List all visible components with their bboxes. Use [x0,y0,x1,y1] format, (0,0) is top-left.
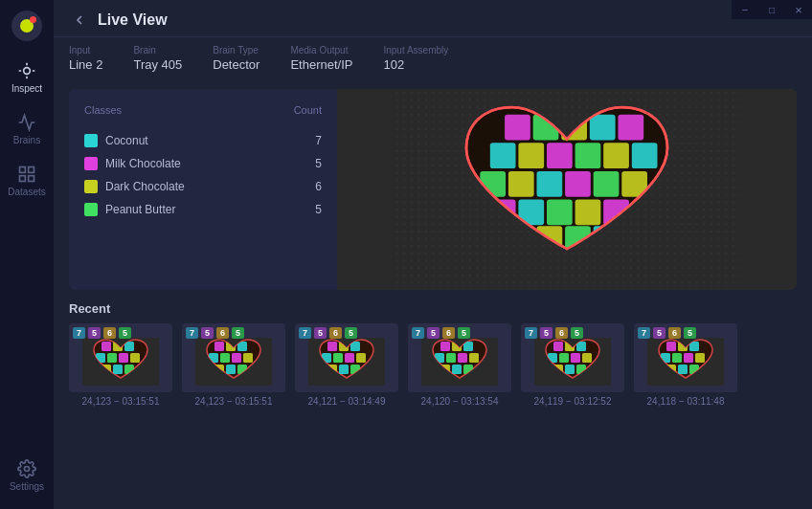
svg-rect-63 [345,353,354,363]
class-count: 5 [315,157,322,170]
svg-rect-15 [518,143,544,168]
recent-heart-preview [182,337,285,387]
count-badge: 7 [525,327,537,339]
classes-table: Classes Count Coconut 7 Milk Chocolate 5… [69,89,337,290]
recent-thumbnail: 7565 [182,323,285,392]
class-count: 5 [315,203,322,216]
count-badge: 5 [345,327,357,339]
meta-input-assembly: Input Assembly 102 [383,45,448,72]
sidebar-item-settings[interactable]: Settings [10,450,44,501]
maximize-button[interactable]: □ [758,0,785,19]
count-badge: 7 [299,327,311,339]
back-button[interactable] [69,10,90,31]
svg-rect-74 [458,353,467,363]
class-row-left: Peanut Butter [84,203,175,216]
svg-rect-2 [29,167,34,173]
count-badge: 5 [119,327,131,339]
class-row-left: Coconut [84,134,148,147]
table-row: Dark Chocolate 6 [84,175,322,198]
table-row: Peanut Butter 5 [84,198,322,221]
sidebar-bottom: Settings [10,450,44,501]
meta-input: Input Line 2 [69,45,102,72]
svg-rect-3 [29,176,34,182]
class-row-left: Dark Chocolate [84,180,185,193]
recent-thumbnail: 7565 [634,323,737,392]
recent-item[interactable]: 7565 [182,323,285,407]
meta-media-output: Media Output Ethernet/IP [290,45,352,72]
count-badge: 6 [442,327,455,339]
badge-group: 7565 [73,327,131,339]
recent-item[interactable]: 7565 [69,323,172,407]
svg-rect-4 [20,176,26,182]
sidebar-label-settings: Settings [10,481,44,492]
svg-point-0 [24,68,31,75]
recent-section: Recent 7565 [69,301,797,407]
count-badge: 5 [653,327,665,339]
class-count: 6 [315,180,322,193]
meta-brain-label: Brain [133,45,182,55]
sidebar-item-brains[interactable]: Brains [0,103,54,155]
meta-media-output-label: Media Output [290,45,352,55]
page-header: Live View [54,0,812,37]
svg-rect-55 [226,365,236,374]
svg-rect-53 [243,353,253,363]
svg-rect-58 [327,342,337,351]
svg-rect-41 [119,353,128,363]
svg-rect-88 [565,365,575,374]
badge-group: 7565 [186,327,244,339]
svg-rect-24 [594,171,620,197]
sidebar-item-inspect[interactable]: Inspect [0,52,54,103]
svg-rect-95 [672,353,682,363]
page-title: Live View [98,11,168,29]
svg-rect-29 [575,200,601,226]
minimize-button[interactable]: − [732,0,758,19]
class-color-dot [84,180,98,193]
close-button[interactable]: × [785,0,812,19]
class-name: Coconut [105,134,148,147]
camera-view [337,89,797,290]
svg-rect-80 [553,342,563,351]
recent-title: Recent [69,301,797,316]
class-name: Milk Chocolate [105,157,181,170]
recent-item[interactable]: 7565 [408,323,511,407]
svg-rect-99 [678,365,688,374]
table-header: Classes Count [84,104,322,120]
classes-column-header: Classes [84,104,122,116]
meta-input-assembly-label: Input Assembly [383,45,448,55]
svg-rect-1 [20,167,26,173]
recent-timestamp: 24,118 − 03:11:48 [647,396,725,407]
svg-rect-73 [446,353,456,363]
table-row: Coconut 7 [84,129,322,152]
count-badge: 5 [571,327,583,339]
recent-item[interactable]: 7565 [295,323,398,407]
count-badge: 5 [458,327,470,339]
svg-rect-22 [537,171,563,197]
svg-rect-14 [490,143,516,168]
recent-heart-preview [521,337,624,387]
svg-rect-96 [684,353,693,363]
sidebar-label-inspect: Inspect [11,83,42,94]
count-badge: 5 [540,327,553,339]
sidebar-label-brains: Brains [13,135,40,145]
recent-timestamp: 24,123 − 03:15:51 [195,396,273,407]
recent-timestamp: 24,120 − 03:13:54 [421,396,499,407]
badge-group: 7565 [638,327,696,339]
count-badge: 6 [668,327,681,339]
recent-item[interactable]: 7565 [634,323,737,407]
meta-media-output-value: Ethernet/IP [290,57,352,72]
recent-item[interactable]: 7565 [521,323,624,407]
recent-timestamp: 24,123 − 03:15:51 [82,396,160,407]
svg-rect-28 [547,200,573,226]
count-badge: 6 [216,327,229,339]
svg-rect-40 [107,353,117,363]
count-badge: 6 [555,327,568,339]
svg-rect-86 [582,353,592,363]
svg-rect-69 [440,342,450,351]
svg-rect-12 [590,115,616,141]
count-badge: 5 [314,327,327,339]
sidebar-item-datasets[interactable]: Datasets [0,155,54,207]
count-badge: 5 [684,327,696,339]
recent-heart-preview [69,337,172,387]
recent-timestamp: 24,121 − 03:14:49 [308,396,386,407]
count-badge: 6 [329,327,342,339]
